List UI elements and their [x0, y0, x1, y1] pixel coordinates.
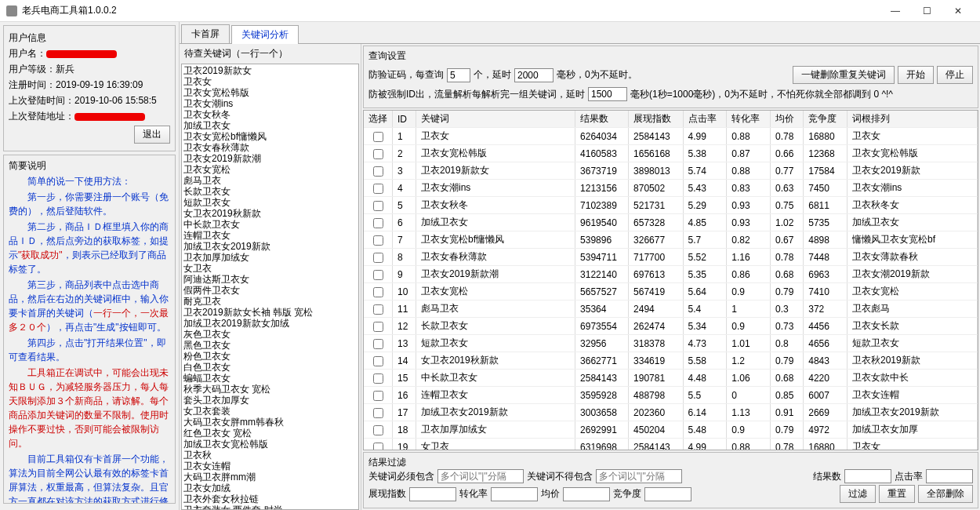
row-checkbox[interactable] — [373, 356, 383, 366]
keyword-textarea[interactable]: 卫衣2019新款女卫衣女卫衣女宽松韩版卫衣女潮ins卫衣女秋冬加绒卫衣女卫衣女宽… — [181, 64, 359, 510]
keyword-line[interactable]: 女卫衣 — [183, 263, 357, 274]
keyword-line[interactable]: 彪马卫衣 — [183, 175, 357, 186]
keyword-line[interactable]: 卫衣加厚加绒女 — [183, 252, 357, 263]
filter-compete-input[interactable] — [644, 487, 691, 501]
keyword-line[interactable]: 女卫衣2019秋新款 — [183, 208, 357, 219]
row-checkbox[interactable] — [373, 339, 383, 349]
table-row[interactable]: 8卫衣女春秋薄款53947117177005.521.160.787448卫衣女… — [364, 249, 978, 266]
keyword-line[interactable]: 卫衣女2019新款潮 — [183, 153, 357, 164]
close-button[interactable]: ✕ — [942, 0, 974, 22]
keyword-line[interactable]: 卫衣外套女秋拉链 — [183, 494, 357, 505]
filter-avgprice-input[interactable] — [563, 487, 610, 501]
table-row[interactable]: 11彪马卫衣3536424945.410.3372卫衣彪马 — [364, 301, 978, 318]
keyword-line[interactable]: 女卫衣套装 — [183, 406, 357, 417]
must-not-input[interactable] — [596, 469, 682, 483]
start-button[interactable]: 开始 — [898, 66, 934, 84]
keyword-line[interactable]: 卫衣2019新款女 — [183, 65, 357, 76]
keyword-line[interactable]: 卫衣女连帽 — [183, 461, 357, 472]
table-row[interactable]: 3卫衣2019新款女367371938980135.740.880.771758… — [364, 162, 978, 180]
keyword-line[interactable]: 灰色卫衣女 — [183, 329, 357, 340]
row-checkbox[interactable] — [373, 322, 383, 332]
keyword-line[interactable]: 卫衣女潮ins — [183, 98, 357, 109]
keyword-line[interactable]: 卫衣女宽松韩版 — [183, 87, 357, 98]
keyword-line[interactable]: 卫衣女宽松 — [183, 164, 357, 175]
keyword-line[interactable]: 短款卫衣女 — [183, 197, 357, 208]
keyword-line[interactable]: 耐克卫衣 — [183, 296, 357, 307]
col-header[interactable]: 点击率 — [683, 111, 727, 128]
results-table-wrapper[interactable]: 选择ID关键词结果数展现指数点击率转化率均价竞争度词根排列1卫衣女6264034… — [363, 110, 978, 450]
row-checkbox[interactable] — [373, 391, 383, 401]
col-header[interactable]: 选择 — [364, 111, 393, 128]
keyword-line[interactable]: 长款卫衣女 — [183, 186, 357, 197]
keyword-line[interactable]: 红色卫衣女 宽松 — [183, 428, 357, 439]
delete-all-button[interactable]: 全部删除 — [918, 485, 973, 503]
table-row[interactable]: 18卫衣加厚加绒女26929914502045.480.90.794972加绒卫… — [364, 421, 978, 439]
keyword-line[interactable]: 大码卫衣胖mm潮 — [183, 472, 357, 483]
keyword-line[interactable]: 卫衣女加绒 — [183, 483, 357, 494]
col-header[interactable]: 均价 — [771, 111, 804, 128]
row-checkbox[interactable] — [373, 287, 383, 297]
filter-ctr-input[interactable] — [926, 469, 973, 483]
keyword-line[interactable]: 阿迪达斯卫衣女 — [183, 274, 357, 285]
row-checkbox[interactable] — [373, 443, 383, 450]
row-checkbox[interactable] — [373, 201, 383, 211]
keyword-line[interactable]: 卫衣套装女 两件套 时尚 — [183, 505, 357, 510]
col-header[interactable]: 结果数 — [575, 111, 629, 128]
table-row[interactable]: 19女卫衣631969825841434.990.880.7816880卫衣女 — [364, 439, 978, 451]
minimize-button[interactable]: — — [880, 0, 911, 22]
col-header[interactable]: 转化率 — [727, 111, 771, 128]
table-row[interactable]: 4卫衣女潮ins12131568705025.430.830.637450卫衣女… — [364, 180, 978, 197]
must-contain-input[interactable] — [437, 469, 524, 483]
table-row[interactable]: 17加绒卫衣女2019新款30036582023606.141.130.9126… — [364, 404, 978, 421]
row-checkbox[interactable] — [373, 132, 383, 142]
table-row[interactable]: 7卫衣女宽松bf慵懒风5398963266775.70.820.674898慵懒… — [364, 231, 978, 249]
keyword-line[interactable]: 卫衣女秋冬 — [183, 109, 357, 120]
col-header[interactable]: 竞争度 — [804, 111, 848, 128]
keyword-line[interactable]: 连帽卫衣女 — [183, 230, 357, 241]
maximize-button[interactable]: ☐ — [911, 0, 942, 22]
filter-conv-input[interactable] — [491, 487, 538, 501]
table-row[interactable]: 10卫衣女宽松56575275674195.640.90.797410卫衣女宽松 — [364, 283, 978, 301]
table-row[interactable]: 16连帽卫衣女35959284887985.500.856007卫衣女连帽 — [364, 387, 978, 404]
col-header[interactable]: ID — [393, 111, 416, 128]
logout-button[interactable]: 退出 — [134, 126, 170, 144]
row-checkbox[interactable] — [373, 408, 383, 418]
keyword-line[interactable]: 卫衣女春秋薄款 — [183, 142, 357, 153]
row-checkbox[interactable] — [373, 270, 383, 280]
row-checkbox[interactable] — [373, 373, 383, 384]
tab-card-first[interactable]: 卡首屏 — [181, 24, 230, 43]
stop-button[interactable]: 停止 — [937, 66, 973, 84]
col-header[interactable]: 关键词 — [416, 111, 575, 128]
tab-keyword-analysis[interactable]: 关键词分析 — [231, 25, 299, 44]
reset-button[interactable]: 重置 — [879, 485, 915, 503]
keyword-line[interactable]: 卫衣秋 — [183, 450, 357, 461]
keyword-line[interactable]: 蝙蝠卫衣女 — [183, 373, 357, 384]
row-checkbox[interactable] — [373, 149, 383, 159]
col-header[interactable]: 词根排列 — [848, 111, 978, 128]
table-row[interactable]: 14女卫衣2019秋新款36627713346195.581.20.794843… — [364, 352, 978, 370]
keyword-line[interactable]: 白色卫衣女 — [183, 362, 357, 373]
keyword-line[interactable]: 卫衣女 — [183, 76, 357, 87]
table-row[interactable]: 9卫衣女2019新款潮31221406976135.350.860.686963… — [364, 266, 978, 283]
filter-resultcount-input[interactable] — [844, 469, 891, 483]
keyword-line[interactable]: 加绒卫衣2019新款女加绒 — [183, 318, 357, 329]
row-checkbox[interactable] — [373, 425, 383, 435]
keyword-line[interactable]: 卫衣女宽松bf慵懒风 — [183, 131, 357, 142]
keyword-line[interactable]: 大码卫衣女胖mm韩春秋 — [183, 417, 357, 428]
keyword-line[interactable]: 加绒卫衣女 — [183, 120, 357, 131]
table-row[interactable]: 6加绒卫衣女96195406573284.850.931.025735加绒卫衣女 — [364, 214, 978, 231]
keyword-line[interactable]: 粉色卫衣女 — [183, 351, 357, 362]
row-checkbox[interactable] — [373, 235, 383, 246]
row-checkbox[interactable] — [373, 218, 383, 228]
table-row[interactable]: 5卫衣女秋冬71023895217315.290.930.756811卫衣秋冬女 — [364, 197, 978, 214]
filter-showidx-input[interactable] — [409, 487, 456, 501]
table-row[interactable]: 15中长款卫衣女25841431907814.481.060.684220卫衣女… — [364, 370, 978, 387]
row-checkbox[interactable] — [373, 184, 383, 194]
keyword-line[interactable]: 秋季大码卫衣女 宽松 — [183, 384, 357, 395]
row-checkbox[interactable] — [373, 166, 383, 177]
keyword-line[interactable]: 套头卫衣加厚女 — [183, 395, 357, 406]
keyword-line[interactable]: 加绒卫衣女2019新款 — [183, 241, 357, 252]
dedup-button[interactable]: 一键删除重复关键词 — [793, 66, 895, 84]
captcha-batch-input[interactable] — [447, 68, 470, 82]
keyword-line[interactable]: 卫衣2019新款女长袖 韩版 宽松 — [183, 307, 357, 318]
